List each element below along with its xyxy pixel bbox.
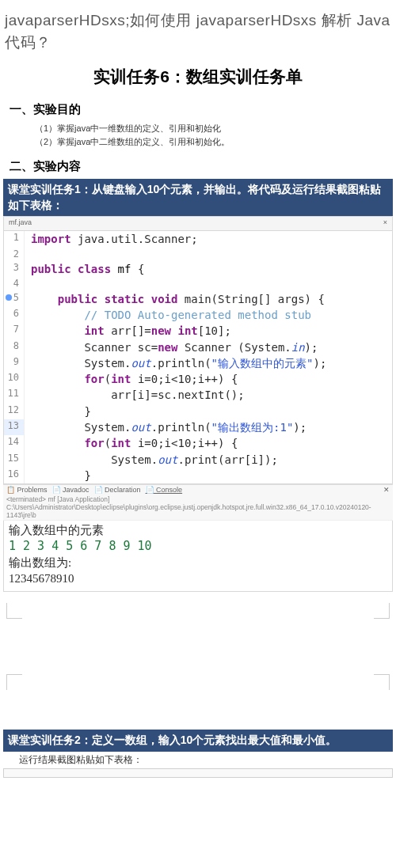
code-text: import java.util.Scanner; (25, 231, 198, 247)
line-number: 12 (4, 404, 25, 419)
code-line: 14 for(int i=0;i<10;i++) { (4, 435, 392, 451)
code-line: 12 } (4, 404, 392, 419)
line-number: 1 (4, 231, 25, 247)
panel-tab[interactable]: 📄 Console (146, 486, 183, 494)
line-number: 14 (4, 435, 25, 451)
terminated-label: <terminated> mf [Java Application] C:\Us… (3, 495, 393, 521)
section-heading-purpose: 一、实验目的 (10, 102, 393, 117)
close-icon[interactable]: ✕ (383, 486, 390, 494)
line-number: 15 (4, 452, 25, 468)
line-number: 6 (4, 307, 25, 323)
console-line: 输出数组为: (9, 555, 387, 570)
code-line: 15 System.out.print(arr[i]); (4, 452, 392, 468)
code-line: 11 arr[i]=sc.nextInt(); (4, 387, 392, 403)
panel-tab[interactable]: 📄 Javadoc (52, 486, 89, 494)
code-line: 16 } (4, 468, 392, 483)
goal-item: （1）掌握java中一维数组的定义、引用和初始化 (35, 122, 393, 135)
code-line: 2 (4, 248, 392, 261)
crop-mark-icon (374, 674, 390, 690)
code-text: public static void main(String[] args) { (25, 291, 325, 307)
code-line: 9 System.out.println("输入数组中的元素"); (4, 355, 392, 371)
line-number: 16 (4, 468, 25, 483)
crop-mark-icon (374, 603, 390, 619)
line-number: 8 (4, 339, 25, 355)
console-line: 输入数组中的元素 (9, 522, 387, 538)
code-line: 3public class mf { (4, 261, 392, 277)
code-text (25, 277, 31, 290)
crop-mark-icon (6, 603, 22, 619)
code-text: Scanner sc=new Scanner (System.in); (25, 339, 318, 355)
section-heading-content: 二、实验内容 (10, 159, 393, 174)
bottom-panel-tabs: 📋 Problems📄 Javadoc📄 Declaration📄 Consol… (3, 484, 393, 495)
line-number: 9 (4, 355, 25, 371)
line-number: 11 (4, 387, 25, 403)
experiment-goals: （1）掌握java中一维数组的定义、引用和初始化 （2）掌握java中二维数组的… (35, 122, 393, 148)
code-text: for(int i=0;i<10;i++) { (25, 371, 238, 387)
code-text: for(int i=0;i<10;i++) { (25, 435, 238, 451)
worksheet-title: 实训任务6：数组实训任务单 (3, 66, 393, 88)
crop-mark-icon (6, 674, 22, 690)
task2-header: 课堂实训任务2：定义一数组，输入10个元素找出最大值和最小值。 (3, 730, 393, 752)
code-editor: 1import java.util.Scanner;23public class… (3, 230, 393, 484)
code-text: System.out.println("输入数组中的元素"); (25, 355, 326, 371)
code-text (25, 248, 31, 261)
line-number: 10 (4, 371, 25, 387)
code-line: 1import java.util.Scanner; (4, 231, 392, 247)
code-line: 13 System.out.println("输出数组为:1"); (4, 419, 392, 435)
console-line: 12345678910 (9, 570, 387, 586)
line-number: 3 (4, 261, 25, 277)
editor-tab[interactable]: mf.java × (3, 216, 393, 230)
empty-code-box (3, 768, 393, 778)
line-number: 5 (4, 291, 25, 307)
code-text: public class mf { (25, 261, 144, 277)
code-line: 4 (4, 277, 392, 290)
code-text: } (25, 404, 91, 419)
panel-tab[interactable]: 📋 Problems (6, 486, 48, 494)
code-line: 10 for(int i=0;i<10;i++) { (4, 371, 392, 387)
code-text: System.out.println("输出数组为:1"); (25, 419, 307, 435)
line-number: 2 (4, 248, 25, 261)
goal-item: （2）掌握java中二维数组的定义、引用和初始化。 (35, 135, 393, 149)
line-number: 4 (4, 277, 25, 290)
line-number: 7 (4, 323, 25, 339)
console-output: 输入数组中的元素 1 2 3 4 5 6 7 8 9 10 输出数组为: 123… (3, 521, 393, 592)
task1-header: 课堂实训任务1：从键盘输入10个元素，并输出。将代码及运行结果截图粘贴如下表格： (3, 179, 393, 216)
close-icon[interactable]: × (383, 218, 387, 226)
code-text: int arr[]=new int[10]; (25, 323, 231, 339)
panel-tab[interactable]: 📄 Declaration (94, 486, 141, 494)
code-text: System.out.print(arr[i]); (25, 452, 278, 468)
code-line: 6 // TODO Auto-generated method stub (4, 307, 392, 323)
code-text: } (25, 468, 91, 483)
article-title: javaparserHDsxs;如何使用 javaparserHDsxs 解析 … (3, 6, 393, 58)
console-line-input: 1 2 3 4 5 6 7 8 9 10 (9, 538, 387, 554)
code-line: 7 int arr[]=new int[10]; (4, 323, 392, 339)
code-text: // TODO Auto-generated method stub (25, 307, 311, 323)
editor-tab-label: mf.java (9, 218, 32, 226)
code-line: 8 Scanner sc=new Scanner (System.in); (4, 339, 392, 355)
code-text: arr[i]=sc.nextInt(); (25, 387, 245, 403)
line-number: 13 (4, 419, 25, 435)
task2-subnote: 运行结果截图粘贴如下表格： (19, 753, 393, 767)
code-line: 5 public static void main(String[] args)… (4, 291, 392, 307)
